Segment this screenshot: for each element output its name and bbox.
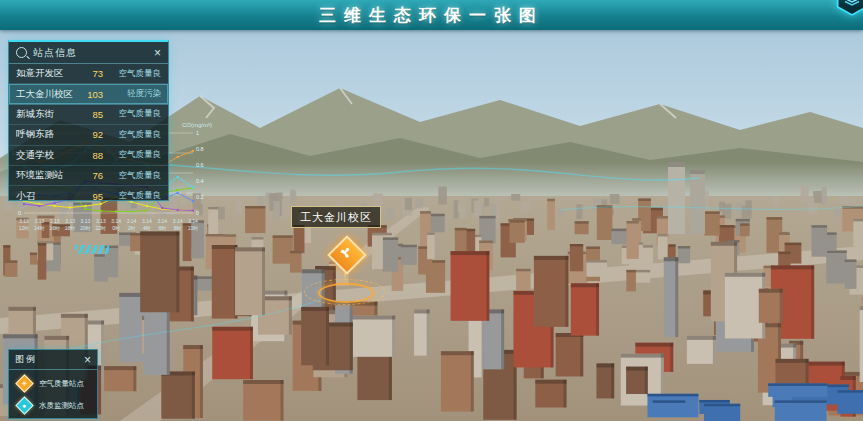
station-status: 空气质量良 [109,170,161,182]
svg-text:3.1314时: 3.1314时 [34,218,45,231]
station-list-title: 站点信息 [33,46,154,60]
water-station-icon: ● [15,396,33,414]
close-icon[interactable]: × [154,47,161,59]
svg-text:3.142时: 3.142时 [127,218,137,231]
station-status: 空气质量良 [109,129,161,141]
station-row[interactable]: 呼钢东路 92 空气质量良 [9,125,168,145]
station-name: 工大金川校区 [16,88,79,101]
hatch-decoration [75,245,109,254]
station-status: 空气质量良 [109,149,161,161]
station-aqi: 85 [79,109,103,120]
search-icon[interactable] [16,47,27,58]
station-aqi: 95 [79,191,103,202]
station-status: 空气质量良 [109,108,161,120]
layers-hexagon-icon[interactable] [837,0,863,14]
svg-text:0.8: 0.8 [196,146,204,152]
legend-entry-label: 水质监测站点 [39,401,84,411]
right-axis-title: CO(mg/m³) [182,122,212,128]
svg-text:0: 0 [196,210,199,216]
station-name: 环境监测站 [16,169,79,182]
svg-text:3.140时: 3.140时 [111,218,121,231]
station-row[interactable]: 小召 95 空气质量良 [9,186,168,205]
air-station-icon: ✳ [15,374,33,392]
station-row[interactable]: 交通学校 88 空气质量良 [9,146,168,166]
station-aqi: 73 [79,68,103,79]
station-list-panel: 站点信息 × 如意开发区 73 空气质量良 工大金川校区 103 轻度污染 新城… [8,40,169,201]
station-row-selected[interactable]: 工大金川校区 103 轻度污染 [9,84,168,104]
legend-panel-title: 图例 [15,353,37,366]
station-aqi: 92 [79,129,103,140]
svg-text:3.1318时: 3.1318时 [65,218,76,231]
station-name: 交通学校 [16,149,79,162]
svg-text:3.146时: 3.146时 [157,218,167,231]
svg-text:3.1410时: 3.1410时 [188,218,199,231]
svg-text:3.1316时: 3.1316时 [49,218,60,231]
station-aqi: 76 [79,170,103,181]
legend-entry: ✳ 空气质量站点 [9,370,97,392]
map-legend-panel: 图例 × ✳ 空气质量站点 ● 水质监测站点 [8,349,98,419]
svg-text:0.4: 0.4 [196,178,204,184]
svg-text:3.148时: 3.148时 [173,218,183,231]
station-list-header: 站点信息 × [9,42,168,64]
page-title: 三维生态环保一张图 [319,4,544,27]
station-row[interactable]: 环境监测站 76 空气质量良 [9,166,168,186]
station-row[interactable]: 新城东街 85 空气质量良 [9,105,168,125]
station-name: 呼钢东路 [16,128,79,141]
station-status: 空气质量良 [109,190,161,202]
svg-text:1: 1 [196,130,199,136]
layers-glyph [843,0,861,8]
svg-text:0: 0 [18,210,21,216]
svg-text:3.144时: 3.144时 [142,218,152,231]
station-row[interactable]: 如意开发区 73 空气质量良 [9,64,168,84]
app-window: 三维生态环保一张图 站点信息 × 如意开发区 73 空气质量良 工大金川校区 1… [0,0,863,421]
svg-text:3.1320时: 3.1320时 [80,218,91,231]
app-header: 三维生态环保一张图 [0,0,863,30]
station-name: 如意开发区 [16,67,79,80]
svg-text:3.1312时: 3.1312时 [19,218,30,231]
marker-glow-ring-outer [304,279,386,305]
station-aqi: 103 [79,89,103,100]
station-status: 空气质量良 [109,68,161,80]
station-status: 轻度污染 [109,88,161,100]
station-aqi: 88 [79,150,103,161]
station-name: 新城东街 [16,108,79,121]
station-name: 小召 [16,190,79,203]
station-marker-label[interactable]: 工大金川校区 [291,206,381,228]
svg-text:3.1322时: 3.1322时 [96,218,107,231]
legend-entry: ● 水质监测站点 [9,392,97,414]
svg-text:0.6: 0.6 [196,162,204,168]
close-icon[interactable]: × [84,354,91,366]
legend-entry-label: 空气质量站点 [39,379,84,389]
svg-text:0.2: 0.2 [196,194,204,200]
